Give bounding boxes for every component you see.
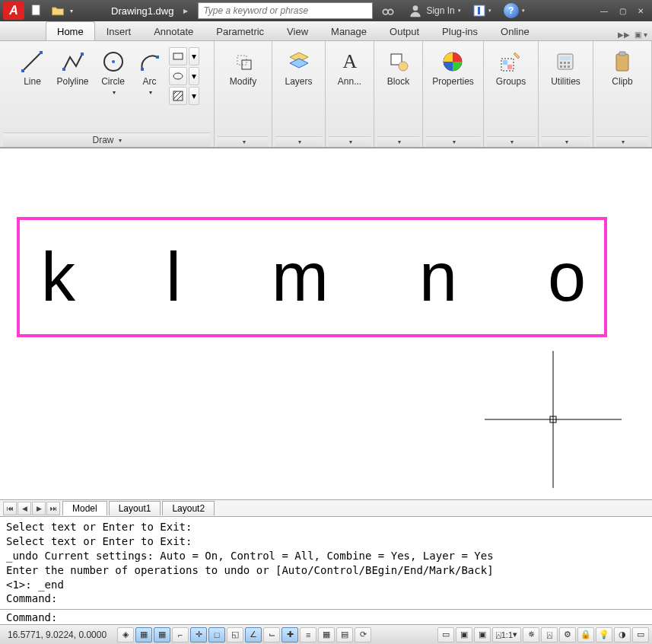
ellipse-icon[interactable] [169,67,187,85]
polar-icon[interactable]: ✛ [190,627,207,642]
groups-panel-expand[interactable]: ▾ [487,136,535,147]
layout-tab-layout1[interactable]: Layout1 [109,501,161,515]
coordinates[interactable]: 16.5771, 9.0224, 0.0000 [3,630,111,640]
clipboard-panel-expand[interactable]: ▾ [596,136,648,147]
osnap3d-icon[interactable]: ◱ [227,627,243,642]
modify-button[interactable]: Modify [224,46,262,91]
layout-tab-bar: ⏮ ◀ ▶ ⏭ Model Layout1 Layout2 [0,499,652,516]
utilities-panel-expand[interactable]: ▾ [542,136,590,147]
tab-home[interactable]: Home [46,21,95,40]
search-input[interactable] [198,2,373,19]
hatch-icon[interactable] [169,87,187,105]
rectangle-drop-icon[interactable]: ▾ [189,47,199,65]
qat-new-icon[interactable] [27,2,46,19]
groups-button[interactable]: Groups [491,46,531,91]
arc-button[interactable]: Arc▾ [132,46,167,100]
history-line: Select text or Enter to Exit: [6,534,646,549]
isolate-objects-icon[interactable]: ◑ [614,627,631,642]
line-button[interactable]: Line [14,46,49,91]
modify-panel-expand[interactable]: ▾ [218,136,269,147]
quickview-layouts-icon[interactable]: ▣ [456,627,472,642]
svg-rect-9 [62,68,65,71]
dyn-icon[interactable]: ✚ [281,627,298,642]
svg-line-6 [23,53,41,71]
title-flyout-icon[interactable]: ▸ [177,2,195,19]
svg-rect-38 [564,65,566,68]
snap-icon[interactable]: ▦ [135,627,152,642]
search-binoculars-icon[interactable] [376,2,400,19]
selection-cycling-icon[interactable]: ⟳ [355,627,371,642]
quickprops-icon[interactable]: ▤ [336,627,353,642]
minimize-button[interactable]: — [596,4,612,18]
svg-line-19 [173,91,181,99]
hatch-drop-icon[interactable]: ▾ [189,87,199,105]
layout-tab-model[interactable]: Model [62,501,107,515]
osnap-icon[interactable]: □ [208,627,225,642]
drawing-area[interactable]: ▭ ▣ ⊠ k l m n o [0,148,652,499]
close-button[interactable]: ✕ [632,4,649,18]
ortho-icon[interactable]: ⌐ [172,627,189,642]
otrack-icon[interactable]: ∠ [245,627,262,642]
tab-online[interactable]: Online [489,21,541,40]
autoscale-icon[interactable]: ⍓ [541,627,558,642]
quickview-drawings-icon[interactable]: ▣ [474,627,491,642]
qat-dropdown-icon[interactable]: ▾ [70,8,78,14]
circle-button[interactable]: Circle▾ [96,46,131,100]
svg-rect-15 [173,53,183,59]
block-button[interactable]: Block [381,46,416,91]
layout-nav-last-icon[interactable]: ⏭ [46,502,60,515]
annotation-panel-expand[interactable]: ▾ [329,136,371,147]
text-selection-frame[interactable]: k l m n o [17,217,607,337]
annotation-button[interactable]: A Ann... [332,46,367,91]
layout-tab-layout2[interactable]: Layout2 [162,501,215,515]
layout-nav-next-icon[interactable]: ▶ [32,502,46,515]
draw-panel-title[interactable]: Draw ▾ [3,132,211,147]
clipboard-button[interactable]: Clipb [605,46,640,91]
properties-button[interactable]: Properties [427,46,479,91]
utilities-button[interactable]: Utilities [545,46,586,91]
workspace-switch-icon[interactable]: ⚙ [559,627,576,642]
block-panel-expand[interactable]: ▾ [377,136,419,147]
layout-nav-prev-icon[interactable]: ◀ [17,502,31,515]
help-button[interactable]: ?▾ [499,2,530,19]
command-input[interactable]: Command: [0,609,652,624]
tab-plugins[interactable]: Plug-ins [431,21,489,40]
properties-panel-expand[interactable]: ▾ [426,136,480,147]
app-logo[interactable]: A [3,2,24,20]
svg-rect-13 [141,68,144,71]
tab-output[interactable]: Output [378,21,431,40]
hardware-accel-icon[interactable]: 💡 [596,627,612,642]
block-label: Block [387,77,409,87]
ribbon-tabs: Home Insert Annotate Parametric View Man… [0,21,652,41]
annotation-scale-button[interactable]: ⍓1:1▾ [492,627,521,642]
file-name: Drawing1.dwg [111,5,173,17]
infer-constraints-icon[interactable]: ◈ [117,627,134,642]
toolbar-lock-icon[interactable]: 🔒 [577,627,594,642]
svg-marker-24 [290,59,308,68]
tab-parametric[interactable]: Parametric [205,21,275,40]
tab-insert[interactable]: Insert [95,21,143,40]
clean-screen-icon[interactable]: ▭ [632,627,649,642]
tab-manage[interactable]: Manage [320,21,378,40]
ducs-icon[interactable]: ⌙ [263,627,280,642]
svg-rect-5 [478,7,480,14]
model-button[interactable]: ▭ [437,627,454,642]
annotation-visibility-icon[interactable]: ✵ [523,627,539,642]
tab-view[interactable]: View [275,21,320,40]
polyline-button[interactable]: Polyline [51,46,94,91]
rectangle-icon[interactable] [169,47,187,65]
sign-in-button[interactable]: Sign In ▾ [403,2,465,19]
layers-panel-expand[interactable]: ▾ [275,136,322,147]
lineweight-icon[interactable]: ≡ [300,627,316,642]
ellipse-drop-icon[interactable]: ▾ [189,67,199,85]
transparency-icon[interactable]: ▦ [318,627,335,642]
grid-icon[interactable]: ▦ [154,627,170,642]
maximize-button[interactable]: ▢ [614,4,631,18]
exchange-icon[interactable]: ▾ [469,2,496,19]
qat-open-icon[interactable] [49,2,67,19]
ribbon-scroll-icon[interactable]: ▶▶ [618,30,630,39]
ribbon-minimize-icon[interactable]: ▣ ▾ [635,30,647,39]
layout-nav-first-icon[interactable]: ⏮ [3,502,17,515]
layers-button[interactable]: Layers [279,46,317,91]
tab-annotate[interactable]: Annotate [142,21,205,40]
